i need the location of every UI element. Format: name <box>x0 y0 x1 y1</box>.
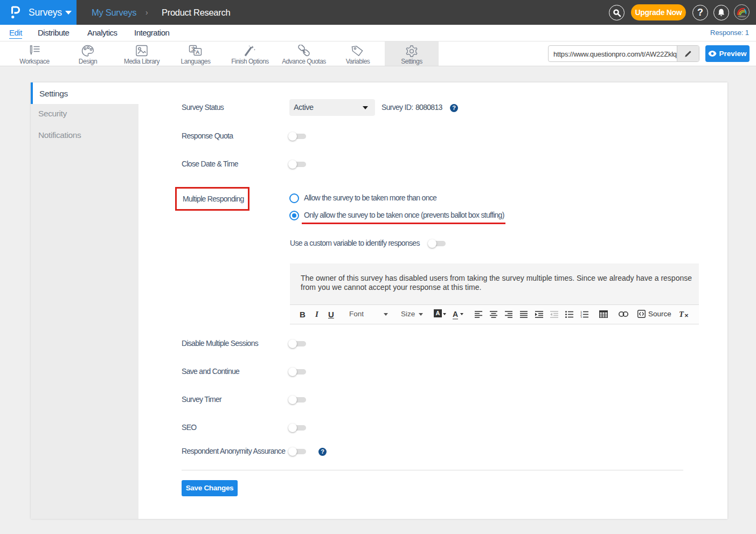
svg-text:3: 3 <box>580 316 582 318</box>
svg-text:A: A <box>196 49 200 55</box>
